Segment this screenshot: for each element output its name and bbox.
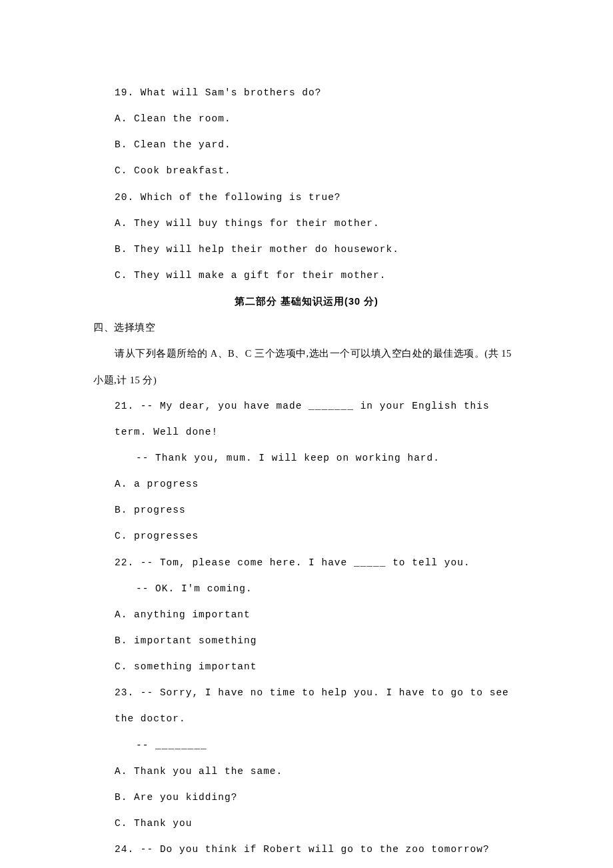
q24-line2: -- I think he will go if he ________ too… bbox=[93, 863, 520, 868]
section4-instructions: 请从下列各题所给的 A、B、C 三个选项中,选出一个可以填入空白处的最佳选项。(… bbox=[93, 341, 520, 393]
q22-option-c: C. something important bbox=[93, 654, 520, 680]
q19-option-b: B. Clean the yard. bbox=[93, 132, 520, 158]
q23-line1: 23. -- Sorry, I have no time to help you… bbox=[93, 680, 520, 732]
q22-option-b: B. important something bbox=[93, 628, 520, 654]
q22-line1: 22. -- Tom, please come here. I have ___… bbox=[93, 550, 520, 576]
section4-heading: 四、选择填空 bbox=[93, 315, 520, 341]
q21-option-a: A. a progress bbox=[93, 471, 520, 497]
q21-option-c: C. progresses bbox=[93, 523, 520, 549]
q21-line2: -- Thank you, mum. I will keep on workin… bbox=[93, 445, 520, 471]
page-content: 19. What will Sam's brothers do? A. Clea… bbox=[0, 0, 613, 868]
q19-stem: 19. What will Sam's brothers do? bbox=[93, 80, 520, 106]
q24-line1: 24. -- Do you think if Robert will go to… bbox=[93, 837, 520, 863]
q20-option-b: B. They will help their mother do housew… bbox=[93, 237, 520, 263]
q21-option-b: B. progress bbox=[93, 497, 520, 523]
q20-option-a: A. They will buy things for their mother… bbox=[93, 211, 520, 237]
q23-option-a: A. Thank you all the same. bbox=[93, 759, 520, 785]
q21-line1: 21. -- My dear, you have made _______ in… bbox=[93, 393, 520, 445]
q19-option-c: C. Cook breakfast. bbox=[93, 158, 520, 184]
section-title: 第二部分 基础知识运用(30 分) bbox=[93, 289, 520, 315]
q20-option-c: C. They will make a gift for their mothe… bbox=[93, 263, 520, 289]
q23-option-c: C. Thank you bbox=[93, 811, 520, 837]
q22-line2: -- OK. I'm coming. bbox=[93, 576, 520, 602]
q23-option-b: B. Are you kidding? bbox=[93, 785, 520, 811]
q20-stem: 20. Which of the following is true? bbox=[93, 185, 520, 211]
q19-option-a: A. Clean the room. bbox=[93, 106, 520, 132]
q23-line2: -- ________ bbox=[93, 733, 520, 759]
q22-option-a: A. anything important bbox=[93, 602, 520, 628]
